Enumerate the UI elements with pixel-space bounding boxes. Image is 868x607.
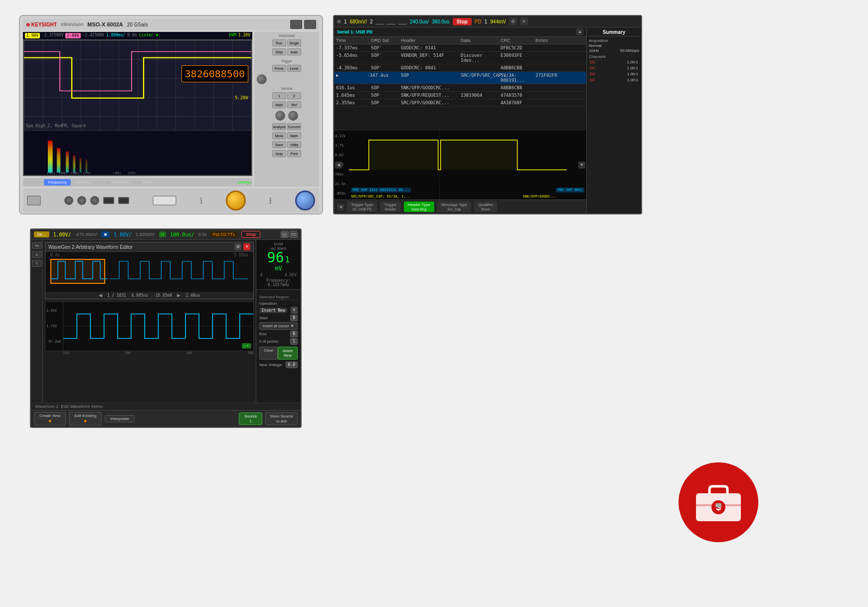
ch4-empty: ___ (398, 19, 407, 24)
math-btn[interactable]: Math (272, 101, 286, 108)
ttl-label: TTL (227, 232, 235, 237)
expand-btn[interactable]: ◀ (337, 203, 344, 210)
store-source-btn[interactable]: Store Source to Arb (265, 412, 298, 425)
create-new-btn[interactable]: Create New ▼ (34, 412, 66, 425)
auto-btn[interactable]: Auto (287, 48, 301, 55)
force-btn[interactable]: Force (272, 65, 286, 72)
scroll-left-btn[interactable]: ◀ (335, 162, 342, 169)
points-row: # of points: 1 (259, 338, 298, 345)
trigger-btn[interactable]: Trigger Header (380, 202, 400, 212)
port-2 (77, 196, 86, 205)
header-type-btn[interactable]: Header Type Data Msg (404, 202, 435, 212)
trigger-type-btn[interactable]: Trigger Type S1: USB PD (347, 202, 377, 212)
source-btn[interactable]: Source 1 (239, 412, 262, 425)
wavegen-sidebar: Se A T (31, 240, 43, 403)
single-btn[interactable]: Single (287, 39, 301, 46)
nav-left-arrow[interactable]: ◀ (99, 293, 102, 298)
header-type-label: Header Type (408, 202, 431, 207)
stop-btn[interactable]: Stop (272, 48, 286, 55)
level-btn[interactable]: Level (287, 65, 301, 72)
h-pos-knob[interactable] (257, 74, 267, 84)
utility-btn[interactable]: Utility (287, 141, 301, 148)
h-btn[interactable]: H (159, 231, 167, 237)
eject-btn[interactable] (27, 196, 41, 205)
v-pos-knob[interactable] (288, 111, 298, 121)
osc-rate-label: 20 GSa/s (127, 22, 148, 27)
wavegen-main: Se A T WaveGen 2 Arbitrary Waveform Edit… (31, 240, 301, 403)
ch-row-2: DC 1.00:1 (589, 65, 639, 71)
start-value[interactable]: 0 (290, 315, 298, 321)
trigger-sub: Header (385, 207, 396, 211)
table-row-selected[interactable]: ▶ -347.4us SOP SRC/DFP/SRC_CAP... 5V/3A:… (334, 72, 586, 84)
table-row[interactable]: -4.393ms SOP' GOODCRC: 0041 A8BB6CBB (334, 64, 586, 72)
insert-cursor-btn[interactable]: Insert at cursor ▼ (259, 322, 298, 330)
frequency-btn[interactable]: Frequency (44, 179, 71, 186)
store-label-1: Store Source (270, 414, 293, 418)
wg-side-btn-1[interactable]: Se (32, 242, 42, 249)
message-type-btn[interactable]: Message Type Src_Cap (437, 202, 471, 212)
wave-label-left: SRC/DFP/SRC_CAP: 5V/3A, 1... (351, 195, 410, 199)
table-row[interactable]: 616.1us SOP SNK/UFP/GOODCRC... A8BB6CBB (334, 84, 586, 92)
svg-text:(53): (53) (128, 172, 136, 175)
table-row[interactable]: -7.337ms SOP' GOODCRC: 0141 DFBC5C2D (334, 44, 586, 52)
interpolate-btn[interactable]: Interpolate (105, 415, 135, 422)
voltage-value[interactable]: 0.0 (286, 362, 298, 368)
insert-new-btn[interactable]: Insert New (278, 347, 298, 360)
btn-row-2: Stop Auto (256, 48, 317, 55)
cell-header: SRC/DFP/SRC_CAP... (461, 73, 501, 83)
trigger-type-label: Trigger Type (351, 202, 373, 207)
table-row[interactable]: 2.355ms SOP SRC/DFP/GOODCRC... 4A38788F (334, 99, 586, 107)
cell-header: GOODCRC: 0041 (401, 65, 461, 70)
voltage-label: New Voltage: (259, 363, 283, 367)
main-knob[interactable] (226, 191, 246, 210)
meas-btn[interactable]: Meas (272, 132, 286, 139)
settings-btn[interactable]: Settings (237, 180, 251, 185)
up-arrow-btn[interactable]: ▲ (576, 28, 583, 35)
osc-screen: 3826088500 5.20V (23, 39, 252, 176)
clear-btn[interactable]: Clear (259, 347, 278, 360)
help-btn[interactable]: Help (272, 150, 286, 157)
table-row[interactable]: 1.645ms SOP SNK/UFP/REQUEST... 13019064 … (334, 92, 586, 99)
save-btn[interactable]: Save (272, 141, 286, 148)
stop-button[interactable]: Stop (453, 18, 472, 25)
wg-side-btn-2[interactable]: A (32, 251, 42, 258)
pat-label: Pat (212, 232, 219, 237)
cursors-btn[interactable]: Cursors (287, 123, 301, 130)
v-label-1: 4.11V (335, 134, 348, 138)
run-btn[interactable]: Run (272, 39, 286, 46)
cell-errors (535, 93, 565, 98)
v-scale-knob[interactable] (275, 111, 285, 121)
wg-stop-btn[interactable]: Stop (241, 231, 260, 238)
time-start: 0.0s (50, 253, 60, 257)
col-ord: ORD Set (371, 38, 401, 43)
secondary-knob[interactable] (295, 191, 315, 210)
ch2-btn[interactable]: 2 (287, 92, 301, 99)
ch2-empty: ___ (376, 19, 384, 24)
wg-grid-icon[interactable]: ⊞ (234, 243, 241, 250)
rate-value: 50.0MSa/s (620, 48, 639, 53)
table-row[interactable]: -5.654ms SOP' VENDOR_DEF: 514F Discover … (334, 52, 586, 64)
cell-data (461, 45, 501, 50)
ch-row-1: DC 1.00:1 (589, 59, 639, 65)
ref-btn[interactable]: Ref (287, 101, 301, 108)
math2-btn[interactable]: Math (287, 132, 301, 139)
nav-right-arrow[interactable]: ▶ (177, 293, 180, 298)
edit-existing-btn[interactable]: Edit Existing ▼ (69, 412, 102, 425)
analyze-btn[interactable]: Analyze (272, 123, 286, 130)
print-btn[interactable]: Print (287, 150, 301, 157)
wg-side-btn-3[interactable]: T (32, 260, 42, 267)
ch1-btn[interactable]: 1 (272, 92, 286, 99)
points-value[interactable]: 1 (290, 338, 298, 345)
wg-close-icon[interactable]: ✕ (243, 243, 250, 250)
wg-editor-header: WaveGen 2 Arbitrary Waveform Editor ⊞ ✕ (45, 242, 253, 252)
close-icon[interactable]: ✕ (520, 17, 528, 25)
settings-icon[interactable]: ⚙ (509, 17, 517, 25)
delta-cursor[interactable]: Δ▼ (242, 343, 251, 349)
op-dropdown[interactable]: ▼ (291, 307, 298, 314)
end-value[interactable]: 0 (290, 331, 298, 337)
cell-header: SNK/UFP/GOODCRC... (401, 85, 461, 90)
qualifier-btn[interactable]: Qualifier None (474, 202, 497, 212)
freq-value: 1.000MHz (73, 180, 91, 185)
svg-rect-1 (57, 148, 60, 173)
scroll-down-btn[interactable]: ▼ (578, 162, 585, 169)
